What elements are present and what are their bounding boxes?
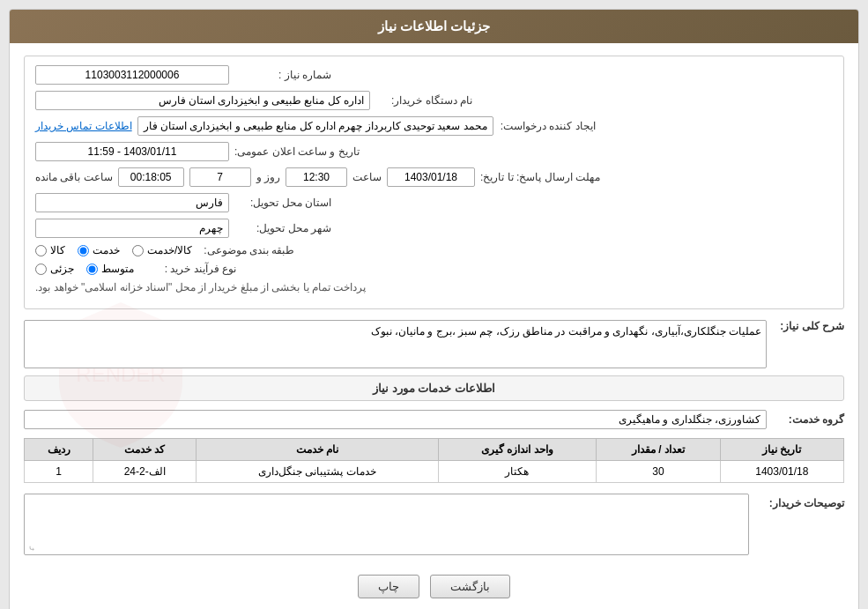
nofarayand-motavasset[interactable]: متوسط: [86, 263, 134, 275]
namdastgah-label: نام دستگاه خریدار:: [375, 94, 472, 107]
tarikh-row: تاریخ و ساعت اعلان عمومی: 1403/01/11 - 1…: [35, 142, 833, 161]
table-header-row: تاریخ نیاز تعداد / مقدار واحد اندازه گیر…: [25, 439, 844, 461]
mohlat-label: مهلت ارسال پاسخ: تا تاریخ:: [480, 171, 600, 183]
ostan-label: استان محل تحویل:: [234, 197, 331, 209]
tabaqe-kala-radio[interactable]: [35, 245, 47, 256]
shart-row: پرداخت تمام یا بخشی از مبلغ خریدار از مح…: [35, 281, 833, 293]
shomare-value: 1103003112000006: [35, 65, 229, 85]
tabaqe-kala-label: کالا: [50, 244, 65, 256]
tabaqe-kala-khedmat[interactable]: کالا/خدمت: [132, 244, 192, 256]
tawsif-row: توصیحات خریدار: ⤷: [24, 494, 844, 555]
namdastgah-row: نام دستگاه خریدار: اداره کل منابع طبیعی …: [35, 91, 833, 110]
nofarayand-motavasset-radio[interactable]: [86, 264, 98, 275]
col-vahed: واحد اندازه گیری: [438, 439, 597, 461]
nofarayand-jozee-label: جزئی: [50, 263, 74, 275]
shahr-value: چهرم: [35, 219, 229, 238]
services-section-header: اطلاعات خدمات مورد نیاز: [24, 375, 844, 401]
mohlat-roz-label: روز و: [256, 171, 280, 183]
tawsif-label: توصیحات خریدار:: [756, 494, 844, 509]
table-body: 1403/01/1830هکتارخدمات پشتیبانی جنگل‌دار…: [25, 461, 844, 483]
page-title: جزئیات اطلاعات نیاز: [378, 19, 490, 33]
services-section: اطلاعات خدمات مورد نیاز گروه خدمت: کشاور…: [24, 375, 844, 483]
table-row: 1403/01/1830هکتارخدمات پشتیبانی جنگل‌دار…: [25, 461, 844, 483]
mohlat-baqi-label: ساعت باقی مانده: [35, 171, 113, 183]
ijad-value: محمد سعید توحیدی کاربرداز چهرم اداره کل …: [137, 116, 493, 136]
cell-namKhedmat: خدمات پشتیبانی جنگل‌داری: [197, 461, 439, 483]
ostan-value: فارس: [35, 193, 229, 212]
nofarayand-label: نوع فرآیند خرید :: [139, 263, 236, 275]
tabaqe-label: طبقه بندی موضوعی:: [197, 244, 294, 256]
tarikh-value: 1403/01/11 - 11:59: [35, 142, 229, 161]
shahkolli-label: شرح کلی نیاز:: [774, 320, 844, 332]
col-namkhedmat: نام خدمت: [197, 439, 439, 461]
tabaqe-khedmat-radio[interactable]: [78, 245, 89, 256]
tabaqe-kala[interactable]: کالا: [35, 244, 65, 256]
tawsif-section: توصیحات خریدار: ⤷: [24, 494, 844, 555]
tabaqe-khedmat-label: خدمت: [93, 244, 120, 256]
nofarayand-radio-group: متوسط جزئی: [35, 263, 134, 275]
group-row: گروه خدمت: کشاورزی، جنگلداری و ماهیگیری: [24, 410, 844, 429]
footer-buttons: بازگشت چاپ: [24, 566, 844, 604]
table-head: تاریخ نیاز تعداد / مقدار واحد اندازه گیر…: [25, 439, 844, 461]
tabaqe-row: طبقه بندی موضوعی: کالا/خدمت خدمت کالا: [35, 244, 833, 256]
nofarayand-jozee-radio[interactable]: [35, 264, 47, 275]
sharh-section: RENDER شرح کلی نیاز: عملیات جنگلکاری،آبی…: [24, 320, 844, 375]
cell-tarikh: 1403/01/18: [720, 461, 843, 483]
ijad-row: ایجاد کننده درخواست: محمد سعید توحیدی کا…: [35, 116, 833, 136]
cell-kodKhedmat: الف-2-24: [93, 461, 197, 483]
page-wrapper: جزئیات اطلاعات نیاز شماره نیاز : 1103003…: [0, 0, 868, 609]
col-radif: ردیف: [25, 439, 93, 461]
ostan-row: استان محل تحویل: فارس: [35, 193, 833, 212]
mohlat-roz: 7: [189, 167, 251, 187]
mohlat-date: 1403/01/18: [387, 167, 475, 187]
tabaqe-khedmat[interactable]: خدمت: [78, 244, 120, 256]
nofarayand-motavasset-label: متوسط: [101, 263, 134, 275]
card-body: شماره نیاز : 1103003112000006 نام دستگاه…: [10, 43, 858, 609]
mohlat-saat-label: ساعت: [352, 171, 382, 183]
sharh-content: شرح کلی نیاز: عملیات جنگلکاری،آبیاری، نگ…: [24, 320, 844, 375]
tabaqe-kala-khedmat-label: کالا/خدمت: [147, 244, 192, 256]
cell-tedad: 30: [597, 461, 720, 483]
shahr-label: شهر محل تحویل:: [234, 222, 331, 234]
shart-text: پرداخت تمام یا بخشی از مبلغ خریدار از مح…: [35, 281, 366, 293]
cell-radif: 1: [25, 461, 93, 483]
tabaqe-kala-khedmat-radio[interactable]: [132, 245, 144, 256]
ijad-link[interactable]: اطلاعات تماس خریدار: [35, 120, 132, 132]
ijad-label: ایجاد کننده درخواست:: [499, 120, 596, 132]
shomare-row: شماره نیاز : 1103003112000006: [35, 65, 833, 85]
col-tarikh: تاریخ نیاز: [720, 439, 843, 461]
mohlat-row: مهلت ارسال پاسخ: تا تاریخ: 1403/01/18 سا…: [35, 167, 833, 187]
namdastgah-value: اداره کل منابع طبیعی و ابخیزداری استان ف…: [35, 91, 370, 110]
back-button[interactable]: بازگشت: [430, 575, 510, 598]
mohlat-saat: 12:30: [286, 167, 347, 187]
nofarayand-jozee[interactable]: جزئی: [35, 263, 74, 275]
shahr-row: شهر محل تحویل: چهرم: [35, 219, 833, 238]
mohlat-baqi: 00:18:05: [118, 167, 184, 187]
group-value: کشاورزی، جنگلداری و ماهیگیری: [24, 410, 767, 429]
sharh-row: شرح کلی نیاز: عملیات جنگلکاری،آبیاری، نگ…: [24, 320, 844, 368]
shomare-label: شماره نیاز :: [234, 69, 331, 81]
cell-vahed: هکتار: [438, 461, 597, 483]
nofarayand-row: نوع فرآیند خرید : متوسط جزئی: [35, 263, 833, 275]
tawsif-box[interactable]: ⤷: [24, 494, 749, 555]
services-table: تاریخ نیاز تعداد / مقدار واحد اندازه گیر…: [24, 438, 844, 483]
group-label: گروه خدمت:: [774, 413, 844, 426]
card-header: جزئیات اطلاعات نیاز: [10, 10, 858, 43]
shahkolli-value: عملیات جنگلکاری،آبیاری، نگهداری و مراقبت…: [24, 320, 767, 368]
main-card: جزئیات اطلاعات نیاز شماره نیاز : 1103003…: [9, 9, 859, 609]
info-section: شماره نیاز : 1103003112000006 نام دستگاه…: [24, 56, 844, 309]
print-button[interactable]: چاپ: [358, 575, 419, 598]
col-tedad: تعداد / مقدار: [597, 439, 720, 461]
col-kodkhedmat: کد خدمت: [93, 439, 197, 461]
tarikh-label: تاریخ و ساعت اعلان عمومی:: [234, 145, 360, 158]
resize-handle: ⤷: [26, 544, 35, 553]
tabaqe-radio-group: کالا/خدمت خدمت کالا: [35, 244, 192, 256]
